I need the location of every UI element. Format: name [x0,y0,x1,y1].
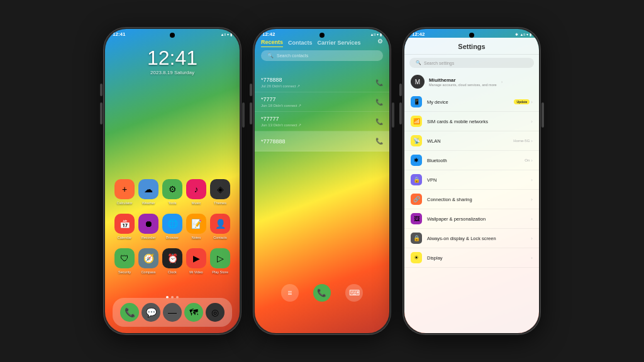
home-clock: 12:41 [105,48,240,68]
call-2[interactable]: *7777 Jun 18 Didn't connect ↗ 📞 [255,92,389,112]
call-button[interactable]: 📞 [313,284,331,302]
phone-search[interactable]: 🔍 Search contacts [261,50,383,61]
notes-label: Notes [192,236,201,239]
aod-icon: 🔒 [411,233,422,244]
display-text: Display [427,255,526,261]
bluetooth-icon: ✱ [411,155,422,166]
settings-aod[interactable]: 🔒 Always-on display & Lock screen › [404,229,539,248]
volume-down-button [100,102,103,124]
settings-search-bar[interactable]: 🔍 Search settings [409,58,534,68]
sim-text: SIM cards & mobile networks [427,119,526,124]
power-button-2 [392,102,394,128]
profile-info: Miuithemar Manage accounts, cloud servic… [429,77,497,87]
phone-3: 12:42 ✱ ▲ll ▾ ▮ Settings 🔍 Search settin… [402,27,541,335]
settings-display[interactable]: ☀ Display › [404,248,539,268]
status-time-2: 12:42 [262,31,275,37]
wallpaper-right: › [531,216,533,222]
app-clock[interactable]: ⏰ Clock [162,248,182,274]
music-icon: ♪ [186,179,206,199]
dock-messages[interactable]: 💬 [142,303,160,322]
call-3[interactable]: *77777 Jun 13 Didn't connect ↗ 📞 [255,112,389,131]
app-weather[interactable]: ☁ Weather [138,179,158,205]
signal-icon-3: ▲ll [519,33,525,36]
call-icon-2: 📞 [375,99,383,106]
dock-maps[interactable]: 🗺 [184,303,203,322]
browser-label: Browser [166,236,179,239]
weather-label: Weather [142,201,155,205]
volume-down-button-3 [399,102,402,124]
connection-text: Connection & sharing [427,197,526,202]
compass-label: Compass [141,270,155,274]
bluetooth-right: On › [525,158,533,163]
gear-icon[interactable]: ⚙ [377,38,383,45]
vpn-chevron: › [531,177,533,183]
contacts-icon: 👤 [210,214,230,234]
settings-bluetooth[interactable]: ✱ Bluetooth On › [404,151,539,170]
call-number-2: *7777 [261,96,301,102]
tools-icon: ⚙ [162,179,182,199]
app-calculator[interactable]: + Calculator [114,179,135,205]
call-4-highlighted[interactable]: *7778888 📞 [255,131,389,151]
settings-vpn[interactable]: 🔒 VPN › [404,170,539,190]
settings-wallpaper[interactable]: 🖼 Wallpaper & personalization › [404,209,539,229]
app-row-3: 🛡 Security 🧭 Compass ⏰ Clock ▶ [113,248,232,274]
settings-sim[interactable]: 📶 SIM cards & mobile networks › [404,112,539,131]
settings-profile[interactable]: M Miuithemar Manage accounts, cloud serv… [404,71,539,92]
display-right: › [531,255,533,261]
menu-button[interactable]: ≡ [281,284,299,302]
call-info-1: Jul 26 Didn't connect ↗ [261,84,300,88]
tab-carrier[interactable]: Carrier Services [318,38,361,47]
app-themes[interactable]: ◈ Themes [210,179,230,205]
sim-icon: 📶 [411,116,422,127]
call-icon-1: 📞 [375,79,383,86]
call-info-2: Jun 18 Didn't connect ↗ [261,103,301,107]
phone-1-wrapper: 12:41 ▲ll ▾ ▮ 12:41 2023.8.19 Saturday [103,27,242,335]
dock-phone[interactable]: 📞 [120,303,139,322]
app-calendar[interactable]: 📅 Calendar [114,214,135,239]
call-number-3: *77777 [261,116,301,122]
settings-search-placeholder: Search settings [424,61,454,65]
phone-3-wrapper: 12:42 ✱ ▲ll ▾ ▮ Settings 🔍 Search settin… [402,27,541,335]
settings-connection-sharing[interactable]: 🔗 Connection & sharing › [404,190,539,209]
app-compass[interactable]: 🧭 Compass [138,248,158,274]
settings-wlan[interactable]: 📡 WLAN Home-5G › [404,131,539,151]
status-icons-3: ✱ ▲ll ▾ ▮ [515,32,531,36]
mivideo-icon: ▶ [186,248,206,268]
my-device-right: Update › [514,99,533,105]
app-recorder[interactable]: ⏺ Recorder [138,214,158,239]
phone-dialpad-area: ≡ 📞 ⌨ [255,284,389,302]
phone-tabs: Recents Contacts Carrier Services [261,38,383,47]
keypad-button[interactable]: ⌨ [345,284,363,302]
recorder-label: Recorder [142,236,156,239]
calendar-label: Calendar [118,236,131,239]
settings-my-device[interactable]: 📱 My device Update › [404,92,539,112]
profile-chevron: › [501,79,503,85]
app-security[interactable]: 🛡 Security [114,248,135,274]
power-button-3 [541,102,544,128]
music-label: Music [192,201,201,205]
app-mivideo[interactable]: ▶ Mi Video [186,248,206,274]
security-icon: 🛡 [114,248,135,268]
display-icon: ☀ [411,252,422,263]
tab-contacts[interactable]: Contacts [288,38,313,47]
dock-recents[interactable]: — [163,303,182,322]
themes-icon: ◈ [210,179,230,199]
bluetooth-chevron: › [531,158,533,163]
app-contacts[interactable]: 👤 Contacts [210,214,230,239]
aod-text: Always-on display & Lock screen [427,236,526,241]
battery-icon: ▮ [230,32,232,36]
tab-recents[interactable]: Recents [261,38,283,47]
wifi-icon-3: ▾ [526,32,528,36]
app-music[interactable]: ♪ Music [186,179,206,205]
bluetooth-status: On [525,158,530,162]
search-icon-3: 🔍 [416,60,421,65]
app-browser[interactable]: 🌐 Browser [162,214,182,239]
dock-camera[interactable]: ◎ [206,303,225,322]
sim-right: › [531,119,533,124]
signal-icon: ▲ll [220,33,226,36]
app-tools[interactable]: ⚙ Tools [162,179,182,205]
home-date: 2023.8.19 Saturday [105,70,240,75]
app-playstore[interactable]: ▷ Play Store [210,248,230,274]
call-1[interactable]: *778888 Jul 26 Didn't connect ↗ 📞 [255,73,389,92]
app-notes[interactable]: 📝 Notes [186,214,206,239]
